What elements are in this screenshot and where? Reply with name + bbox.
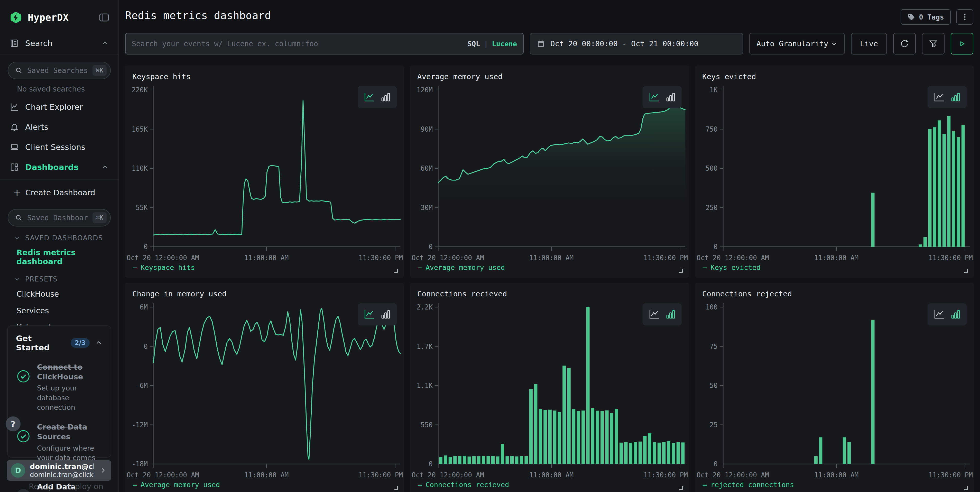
search-icon	[15, 67, 22, 74]
event-search-input[interactable]: Search your events w/ Lucene ex. column:…	[125, 33, 523, 54]
chart-title: Keys evicted	[702, 72, 756, 81]
run-query-button[interactable]	[951, 33, 973, 54]
tags-button[interactable]: 0 Tags	[900, 9, 951, 25]
lucene-mode-button[interactable]: Lucene	[492, 40, 517, 48]
chart-legend-row[interactable]: — Average memory used	[133, 481, 220, 489]
section-label: SAVED DASHBOARDS	[25, 234, 103, 242]
svg-text:750: 750	[706, 126, 718, 133]
resize-handle[interactable]	[679, 486, 683, 490]
saved-dashboards-input[interactable]: Saved Dashboards ⌘K	[8, 209, 111, 226]
logo-row: HyperDX	[0, 0, 118, 33]
sidebar-item-services[interactable]: Services	[0, 302, 118, 319]
section-presets[interactable]: PRESETS	[0, 269, 118, 286]
svg-text:60M: 60M	[421, 164, 433, 172]
search-icon	[15, 214, 22, 221]
chart-legend-row[interactable]: — rejected connections	[703, 481, 794, 489]
get-started-item-connect[interactable]: Connect to ClickHouse Set up your databa…	[16, 363, 102, 412]
filter-button[interactable]	[922, 33, 945, 54]
resize-handle[interactable]	[679, 269, 683, 273]
line-chart-icon	[363, 92, 375, 103]
chart-type-toggle[interactable]	[358, 86, 397, 108]
line-chart-icon	[648, 309, 660, 320]
line-chart-icon	[933, 92, 945, 103]
line-chart-icon	[648, 92, 660, 103]
collapse-sidebar-icon[interactable]	[99, 12, 110, 23]
sidebar-item-client-sessions[interactable]: Client Sessions	[0, 137, 118, 157]
page-title: Redis metrics dashboard	[125, 9, 271, 22]
sql-mode-button[interactable]: SQL	[468, 40, 480, 48]
chart-legend: Keys evicted	[710, 263, 760, 271]
get-started-card: Get Started 2/3 Connect to ClickHouse Se…	[7, 325, 111, 457]
svg-text:11:00:00 AM: 11:00:00 AM	[244, 254, 288, 262]
live-button[interactable]: Live	[851, 33, 887, 54]
svg-text:-6M: -6M	[136, 382, 148, 389]
svg-text:0: 0	[714, 460, 718, 468]
calendar-icon	[537, 40, 545, 48]
search-section-icon	[10, 38, 19, 48]
create-dashboard-button[interactable]: + Create Dashboard	[0, 180, 118, 202]
refresh-button[interactable]	[893, 33, 916, 54]
chevron-up-icon[interactable]	[95, 339, 102, 347]
hyperdx-logo-icon	[9, 11, 22, 24]
chart-legend-row[interactable]: — Connections recieved	[418, 481, 509, 489]
sidebar-item-redis-dashboard[interactable]: Redis metrics dashboard	[0, 244, 118, 269]
search-section-label: Search	[25, 38, 52, 48]
sidebar-item-search[interactable]: Search	[0, 33, 118, 55]
svg-text:11:00:00 AM: 11:00:00 AM	[529, 254, 574, 262]
chart-panel: Keys evicted 1K7505002500Oct 20 12:00:00…	[695, 65, 974, 278]
chart-type-toggle[interactable]	[928, 86, 967, 108]
filter-row: Search your events w/ Lucene ex. column:…	[125, 33, 973, 54]
chart-title: Average memory used	[417, 72, 503, 81]
chart-legend: rejected connections	[710, 481, 794, 489]
legend-dash: —	[703, 263, 707, 271]
shortcut-badge: ⌘K	[92, 212, 107, 223]
svg-text:-12M: -12M	[132, 421, 148, 429]
chart-legend: Connections recieved	[425, 481, 509, 489]
bar-chart-icon	[950, 92, 961, 103]
sidebar-item-dashboards[interactable]: Dashboards	[0, 157, 118, 177]
granularity-select[interactable]: Auto Granularity	[749, 33, 845, 54]
check-circle-icon	[16, 369, 31, 384]
saved-searches-input[interactable]: Saved Searches ⌘K	[8, 62, 111, 79]
chart-legend: Keyspace hits	[140, 263, 195, 271]
svg-text:250: 250	[706, 204, 718, 212]
avatar: D	[11, 463, 25, 478]
event-search-placeholder: Search your events w/ Lucene ex. column:…	[132, 40, 468, 48]
chart-type-toggle[interactable]	[358, 303, 397, 325]
chart-title: Change in memory used	[132, 290, 227, 298]
shortcut-badge: ⌘K	[92, 65, 107, 76]
granularity-value: Auto Granularity	[756, 39, 828, 48]
chart-type-toggle[interactable]	[643, 86, 682, 108]
section-saved-dashboards[interactable]: SAVED DASHBOARDS	[0, 228, 118, 244]
chart-type-toggle[interactable]	[928, 303, 967, 325]
svg-text:0: 0	[144, 243, 148, 251]
refresh-icon	[900, 39, 909, 48]
sidebar-item-label: Dashboards	[25, 162, 79, 172]
user-profile-button[interactable]: D dominic.tran@clic... dominic.tran@clic…	[7, 460, 111, 481]
svg-text:0: 0	[144, 343, 148, 350]
chart-panel: Keyspace hits 220K165K110K55K0Oct 20 12:…	[125, 65, 404, 278]
chart-legend-row[interactable]: — Average memory used	[418, 263, 505, 271]
chart-legend-row[interactable]: — Keyspace hits	[133, 263, 195, 271]
date-range-picker[interactable]: Oct 20 00:00:00 - Oct 21 00:00:00	[530, 33, 743, 54]
chart-title: Connections recieved	[417, 290, 507, 298]
resize-handle[interactable]	[395, 486, 398, 490]
user-email: dominic.tran@clickho...	[30, 471, 94, 479]
tags-button-label: 0 Tags	[919, 13, 944, 21]
get-started-title: Get Started	[16, 334, 65, 352]
resize-handle[interactable]	[964, 269, 968, 273]
sidebar-item-chart-explorer[interactable]: Chart Explorer	[0, 97, 118, 117]
svg-text:-18M: -18M	[132, 460, 148, 468]
chart-type-toggle[interactable]	[643, 303, 682, 325]
sidebar-item-alerts[interactable]: Alerts	[0, 117, 118, 137]
more-options-button[interactable]	[956, 9, 973, 25]
resize-handle[interactable]	[964, 486, 968, 490]
line-chart-icon	[933, 309, 945, 320]
svg-text:Oct 20 12:00:00 AM: Oct 20 12:00:00 AM	[127, 254, 199, 262]
svg-text:Oct 20 12:00:00 AM: Oct 20 12:00:00 AM	[697, 254, 769, 262]
help-button[interactable]: ?	[6, 416, 21, 431]
svg-text:11:00:00 AM: 11:00:00 AM	[244, 471, 288, 479]
resize-handle[interactable]	[395, 269, 398, 273]
sidebar-item-clickhouse[interactable]: ClickHouse	[0, 286, 118, 302]
chart-legend-row[interactable]: — Keys evicted	[703, 263, 760, 271]
